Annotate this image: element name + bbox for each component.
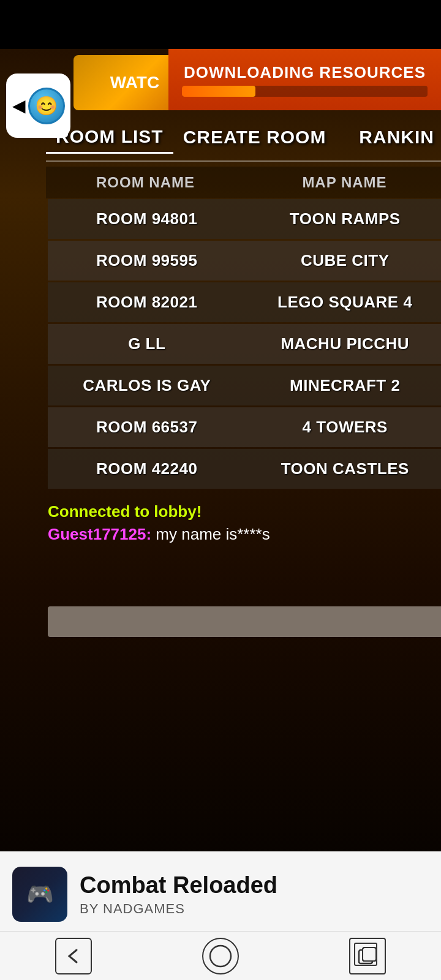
svg-rect-2 [363, 948, 376, 961]
map-name-cell: MINECRAFT 2 [246, 376, 442, 395]
download-progress-bar-bg [182, 86, 428, 97]
download-title: DOWNLOADING RESOURCES [184, 63, 426, 82]
app-icon: 🎮 [12, 867, 67, 922]
chat-input-bar[interactable] [48, 606, 441, 637]
table-row[interactable]: ROOM 42240 TOON CASTLES [48, 449, 441, 489]
room-name-cell: ROOM 42240 [48, 459, 246, 478]
table-row[interactable]: ROOM 99595 CUBE CITY [48, 241, 441, 281]
app-title: Combat Reloaded [80, 872, 277, 899]
svg-rect-1 [359, 950, 372, 963]
tab-ranking[interactable]: RANKIN [349, 122, 441, 153]
watch-banner-text: WATC [110, 73, 159, 92]
col-header-room-name: ROOM NAME [46, 174, 245, 191]
avatar-icon: 😊 [35, 95, 58, 116]
android-back-button[interactable] [55, 938, 92, 974]
table-row[interactable]: CARLOS IS GAY MINECRAFT 2 [48, 366, 441, 405]
back-nav-icon [64, 947, 83, 965]
col-header-map-name: MAP NAME [245, 174, 441, 191]
lobby-connected-text: Connected to lobby! [48, 502, 440, 521]
room-name-cell: ROOM 82021 [48, 293, 246, 312]
android-recents-button[interactable] [349, 938, 386, 974]
back-arrow-icon: ◀ [12, 96, 26, 116]
room-name-cell: CARLOS IS GAY [48, 376, 246, 395]
table-row[interactable]: G LL MACHU PICCHU [48, 324, 441, 364]
table-row[interactable]: ROOM 94801 TOON RAMPS [48, 199, 441, 239]
map-name-cell: MACHU PICCHU [246, 334, 442, 353]
recents-nav-icon [356, 945, 379, 967]
lobby-chat-line: Guest177125: my name is****s [48, 525, 440, 544]
table-row[interactable]: ROOM 66537 4 TOWERS [48, 407, 441, 447]
room-name-cell: ROOM 94801 [48, 209, 246, 228]
map-name-cell: LEGO SQUARE 4 [246, 293, 442, 312]
back-profile-button[interactable]: ◀ 😊 [6, 74, 70, 138]
map-name-cell: TOON RAMPS [246, 209, 442, 228]
app-info: 🎮 Combat Reloaded BY NADGAMES [0, 851, 441, 931]
top-status-bar [0, 0, 441, 49]
android-home-button[interactable] [202, 938, 239, 974]
android-nav-bar [0, 931, 441, 980]
home-nav-icon [208, 944, 233, 968]
svg-rect-3 [363, 948, 376, 961]
lobby-chat-section: Connected to lobby! Guest177125: my name… [48, 496, 440, 550]
app-subtitle: BY NADGAMES [80, 901, 277, 917]
room-name-cell: G LL [48, 334, 246, 353]
map-name-cell: 4 TOWERS [246, 418, 442, 437]
table-row[interactable]: ROOM 82021 LEGO SQUARE 4 [48, 282, 441, 322]
profile-avatar: 😊 [28, 88, 65, 124]
app-icon-image: 🎮 [26, 881, 54, 907]
room-name-cell: ROOM 99595 [48, 251, 246, 270]
room-name-cell: ROOM 66537 [48, 418, 246, 437]
lobby-chat-user: Guest177125: [48, 525, 151, 543]
table-header: ROOM NAME MAP NAME [46, 167, 441, 198]
app-details: Combat Reloaded BY NADGAMES [80, 872, 277, 917]
nav-tabs: ROOM LIST CREATE ROOM RANKIN [46, 115, 441, 159]
download-progress-fill [182, 86, 255, 97]
map-name-cell: TOON CASTLES [246, 459, 442, 478]
svg-point-0 [210, 946, 231, 967]
download-banner: DOWNLOADING RESOURCES [168, 49, 441, 110]
map-name-cell: CUBE CITY [246, 251, 442, 270]
nav-divider [46, 160, 441, 162]
tab-create-room[interactable]: CREATE ROOM [173, 122, 336, 153]
lobby-chat-message: my name is****s [151, 525, 270, 543]
room-list-table: ROOM 94801 TOON RAMPS ROOM 99595 CUBE CI… [48, 199, 441, 491]
bottom-app-bar: 🎮 Combat Reloaded BY NADGAMES [0, 851, 441, 980]
